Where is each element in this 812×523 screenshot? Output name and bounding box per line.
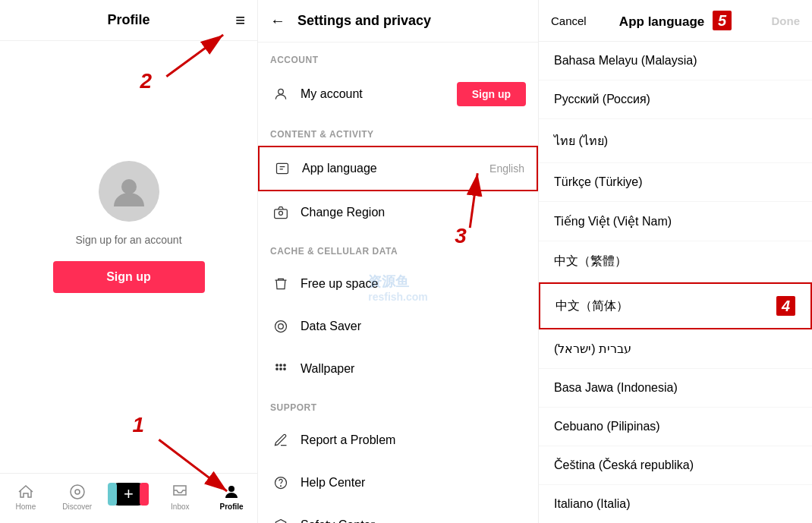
svg-point-14 [275,321,287,332]
trash-icon [270,273,291,295]
language-header: Cancel App language 5 Done [539,0,812,42]
nav-home-label: Home [16,503,36,511]
svg-point-9 [228,486,234,492]
wallpaper-label: Wallpaper [301,362,526,376]
svg-point-16 [276,364,279,367]
svg-rect-11 [277,163,288,173]
safety-center-item[interactable]: Safety Center [258,504,538,523]
language-list: Bahasa Melayu (Malaysia) Русский (Россия… [539,42,812,523]
data-saver-label: Data Saver [301,320,526,333]
section-content-label: CONTENT & ACTIVITY [258,117,538,146]
step-5-badge: 5 [713,11,732,30]
svg-point-21 [284,368,286,370]
section-support-label: SUPPORT [258,390,538,419]
svg-point-23 [281,486,282,487]
lang-chinese-simp-label: 中文（简体） [555,298,628,314]
profile-header: Profile ≡ [0,0,257,41]
svg-point-7 [71,485,84,499]
lang-javanese[interactable]: Basa Jawa (Indonesia) [539,369,812,408]
lang-turkish[interactable]: Türkçe (Türkiye) [539,163,812,202]
circle-icon [270,316,291,337]
profile-content: Sign up for an account Sign up [0,41,257,473]
free-up-space-item[interactable]: Free up space [258,263,538,305]
svg-rect-12 [275,210,288,219]
svg-point-18 [284,364,286,367]
change-region-label: Change Region [301,206,526,219]
wallpaper-item[interactable]: Wallpaper [258,348,538,390]
nav-home[interactable]: Home [0,480,52,520]
signup-prompt: Sign up for an account [75,234,181,246]
nav-inbox[interactable]: Inbox [154,480,206,520]
nav-discover[interactable]: Discover [52,480,103,520]
lang-italian[interactable]: Italiano (Italia) [539,485,812,523]
settings-title: Settings and privacy [297,13,431,29]
done-button[interactable]: Done [738,14,800,27]
inbox-icon [171,483,189,501]
profile-icon [222,483,241,501]
svg-point-19 [276,368,279,370]
app-language-item[interactable]: App language English [258,146,538,191]
section-cache-label: CACHE & CELLULAR DATA [258,234,538,263]
settings-panel: ← Settings and privacy ACCOUNT My accoun… [258,0,539,523]
language-title: App language 5 [613,11,738,30]
plus-button[interactable]: + [112,483,144,506]
home-icon [17,483,35,501]
my-account-label: My account [301,87,457,101]
report-problem-label: Report a Problem [301,433,526,447]
nav-profile[interactable]: Profile [206,480,257,520]
svg-point-8 [75,490,80,494]
svg-point-15 [279,324,284,329]
lang-chinese-trad[interactable]: 中文（繁體） [539,241,812,282]
profile-panel: Profile ≡ Sign up for an account Sign up… [0,0,258,523]
help-center-item[interactable]: Help Center [258,462,538,504]
language-icon [272,158,293,179]
language-panel: Cancel App language 5 Done Bahasa Melayu… [539,0,812,523]
nav-inbox-label: Inbox [171,503,189,511]
help-center-label: Help Center [301,476,526,490]
back-button[interactable]: ← [270,12,285,30]
pencil-icon [270,430,291,451]
cancel-button[interactable]: Cancel [551,14,613,27]
account-signup-button[interactable]: Sign up [457,82,526,106]
svg-point-0 [121,179,137,194]
nav-discover-label: Discover [62,503,92,511]
signup-button[interactable]: Sign up [53,261,205,293]
shield-icon [270,515,291,523]
discover-icon [68,483,87,501]
lang-chinese-simp[interactable]: 中文（简体） 4 [539,282,812,329]
nav-profile-label: Profile [220,503,244,511]
profile-title: Profile [107,12,149,28]
lang-czech[interactable]: Čeština (Česká republika) [539,446,812,485]
settings-header: ← Settings and privacy [258,0,538,43]
avatar-icon [111,173,147,210]
step-4-badge: 4 [776,296,795,316]
svg-point-13 [279,211,283,215]
svg-point-20 [280,368,282,370]
app-language-label: App language [302,162,489,175]
nav-plus[interactable]: + + [103,480,155,520]
lang-hebrew[interactable]: עברית (ישראל) [539,329,812,369]
data-saver-item[interactable]: Data Saver [258,305,538,348]
avatar [99,161,159,222]
report-problem-item[interactable]: Report a Problem [258,419,538,462]
lang-bahasa[interactable]: Bahasa Melayu (Malaysia) [539,42,812,80]
bottom-nav: Home Discover + + Inbox [0,473,257,523]
lang-thai[interactable]: ไทย (ไทย) [539,119,812,163]
person-icon [270,83,291,105]
free-up-space-label: Free up space [301,277,526,291]
camera-icon [270,202,291,223]
section-account-label: ACCOUNT [258,43,538,71]
question-icon [270,472,291,493]
change-region-item[interactable]: Change Region [258,191,538,234]
lang-russian[interactable]: Русский (Россия) [539,80,812,119]
menu-icon[interactable]: ≡ [235,11,245,30]
lang-cebuano[interactable]: Cebuano (Pilipinas) [539,408,812,446]
language-title-text: App language [619,14,704,29]
svg-point-17 [280,364,282,367]
safety-center-label: Safety Center [301,518,526,523]
plus-icon: + [124,484,134,504]
dots-icon [270,358,291,380]
lang-vietnamese[interactable]: Tiếng Việt (Việt Nam) [539,202,812,241]
app-language-value: English [489,162,524,175]
my-account-item[interactable]: My account Sign up [258,71,538,117]
